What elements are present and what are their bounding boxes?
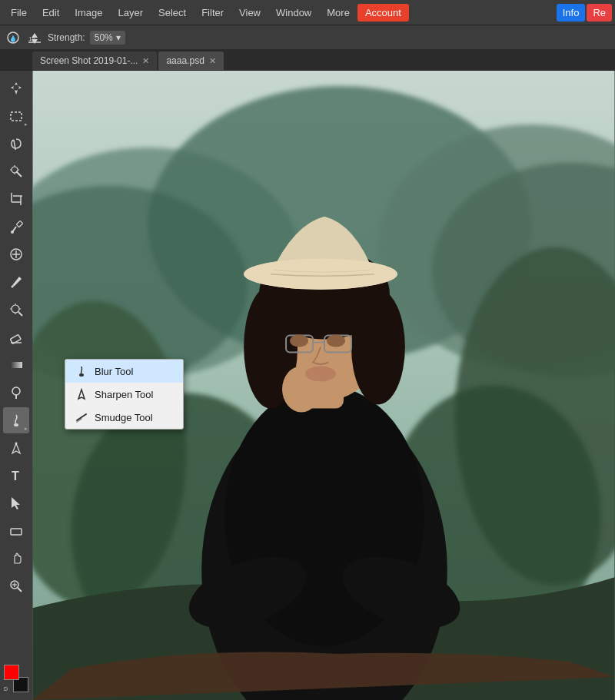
menu-bar: File Edit Image Layer Select Filter View… (0, 0, 615, 25)
tool-eyedropper[interactable] (3, 214, 29, 240)
svg-rect-32 (10, 362, 22, 368)
ctx-label-sharpen: Sharpen Tool (95, 389, 153, 400)
menu-account[interactable]: Account (357, 4, 409, 22)
brush-size-icon[interactable]: 15 (26, 29, 43, 46)
re-button[interactable]: Re (587, 4, 612, 22)
menu-edit[interactable]: Edit (35, 4, 67, 22)
svg-point-73 (79, 373, 84, 377)
svg-point-35 (14, 423, 18, 426)
svg-point-25 (12, 305, 19, 313)
svg-rect-18 (16, 221, 22, 227)
color-chips[interactable]: D (2, 665, 30, 692)
context-menu: Blur Tool Sharpen Tool Smudge Tool (65, 359, 184, 430)
tool-select-rect[interactable]: ▸ (3, 103, 29, 129)
tool-lasso[interactable] (3, 131, 29, 157)
svg-marker-5 (11, 82, 22, 95)
tool-pen[interactable] (3, 435, 29, 461)
menu-window[interactable]: Window (268, 4, 319, 22)
tab-bar: Screen Shot 2019-01-... ✕ aaaa.psd ✕ (0, 49, 615, 71)
foreground-color-chip[interactable] (4, 665, 19, 680)
svg-line-41 (18, 588, 22, 592)
svg-point-62 (351, 290, 405, 405)
sharpen-tool-icon (75, 387, 88, 401)
ctx-label-smudge: Smudge Tool (95, 412, 153, 423)
menu-more[interactable]: More (319, 4, 357, 22)
tool-eraser[interactable] (3, 324, 29, 350)
svg-point-71 (290, 335, 308, 347)
ctx-item-smudge-tool[interactable]: Smudge Tool (65, 406, 183, 429)
svg-point-33 (12, 387, 20, 395)
tool-heal[interactable] (3, 241, 29, 267)
svg-point-70 (305, 367, 336, 382)
svg-point-9 (12, 167, 18, 173)
ctx-item-blur-tool[interactable]: Blur Tool (65, 360, 183, 383)
menu-filter[interactable]: Filter (194, 4, 231, 22)
svg-point-72 (327, 335, 345, 347)
tool-preset-icon[interactable]: 💧 (5, 29, 22, 46)
svg-rect-39 (11, 529, 22, 535)
tool-magic-wand[interactable] (3, 158, 29, 184)
tool-blur[interactable]: ▸ (3, 407, 29, 433)
svg-point-20 (11, 231, 14, 234)
tab-label: Screen Shot 2019-01-... (40, 55, 138, 66)
blur-tool-icon (75, 364, 88, 378)
toolbar: ▸ (0, 71, 32, 700)
svg-rect-6 (11, 112, 22, 121)
svg-point-36 (15, 443, 18, 445)
tool-dodge[interactable] (3, 380, 29, 406)
tab-label: aaaa.psd (166, 55, 204, 66)
svg-point-24 (12, 286, 14, 288)
menu-file[interactable]: File (3, 4, 35, 22)
strength-dropdown[interactable]: 50% ▾ (90, 31, 125, 45)
svg-marker-38 (12, 497, 20, 509)
menu-image[interactable]: Image (67, 4, 110, 22)
tab-screenshot[interactable]: Screen Shot 2019-01-... ✕ (32, 51, 157, 70)
tab-close-psd[interactable]: ✕ (209, 56, 216, 66)
svg-text:T: T (12, 469, 19, 483)
tool-path-select[interactable] (3, 490, 29, 516)
info-button[interactable]: Info (557, 4, 586, 22)
menu-layer[interactable]: Layer (111, 4, 151, 22)
svg-marker-74 (78, 390, 85, 399)
smudge-tool-icon (75, 410, 88, 424)
tool-hand[interactable] (3, 546, 29, 572)
svg-text:💧: 💧 (9, 35, 17, 42)
tool-type[interactable]: T (3, 463, 29, 489)
menu-select[interactable]: Select (151, 4, 194, 22)
tool-move[interactable] (3, 75, 29, 101)
color-reset-label: D (4, 686, 8, 692)
ctx-item-sharpen-tool[interactable]: Sharpen Tool (65, 383, 183, 406)
tool-gradient[interactable] (3, 352, 29, 378)
tab-psd[interactable]: aaaa.psd ✕ (158, 51, 223, 70)
tool-clone-stamp[interactable] (3, 297, 29, 323)
main-area: ▸ (0, 71, 615, 700)
ctx-label-blur: Blur Tool (95, 366, 133, 377)
options-bar: 💧 15 Strength: 50% ▾ (0, 25, 615, 49)
tool-shape[interactable] (3, 518, 29, 544)
tab-close-screenshot[interactable]: ✕ (142, 56, 149, 66)
strength-label: Strength: (48, 32, 85, 43)
tool-brush[interactable] (3, 269, 29, 295)
tool-crop[interactable] (3, 186, 29, 212)
tool-zoom[interactable] (3, 573, 29, 599)
canvas-area[interactable]: Blur Tool Sharpen Tool Smudge Tool (32, 71, 615, 700)
menu-view[interactable]: View (231, 4, 268, 22)
